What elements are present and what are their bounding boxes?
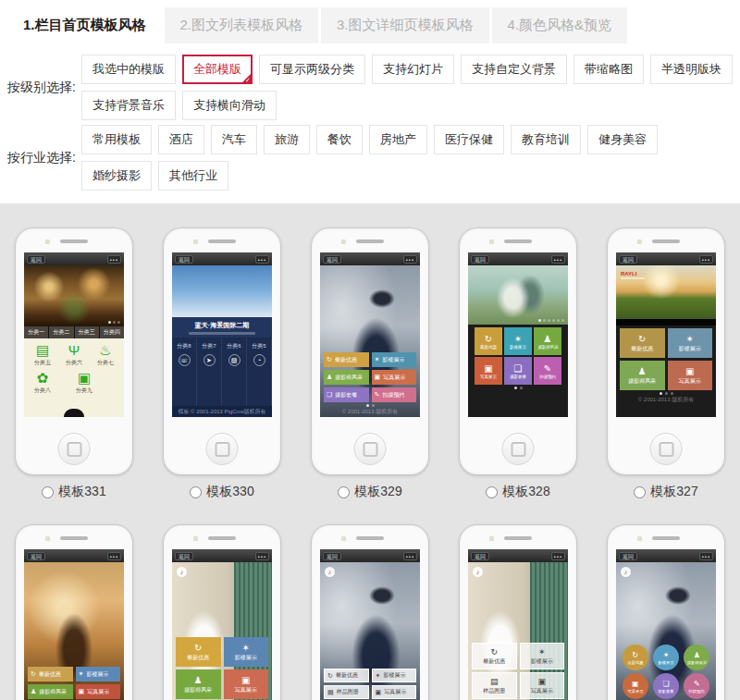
filter-chip[interactable]: 半透明版块 — [650, 55, 733, 84]
filter-chip[interactable]: 支持横向滑动 — [182, 91, 277, 120]
button-label: 影楼展示 — [235, 654, 257, 662]
filter-chip[interactable]: 支持幻灯片 — [372, 55, 454, 84]
phone-mockup[interactable]: 返回•••↻最新优惠✶影楼展示♟摄影师风采▣写真展示❏摄影套餐✎拍摄预约 — [459, 227, 577, 475]
template-select-row[interactable]: 模板330 — [190, 484, 253, 500]
button-label: 最新优惠 — [187, 654, 209, 662]
audio-icon[interactable]: ♪ — [621, 567, 631, 577]
tab-2[interactable]: 2.图文列表模板风格 — [165, 7, 319, 43]
template-select-row[interactable]: 模板329 — [338, 484, 401, 500]
template-select-row[interactable]: 模板327 — [634, 484, 697, 500]
button-label: 摄影师风采 — [628, 377, 656, 386]
phone-mockup[interactable]: 返回•••蓝天·海景国际二期分类8☏分类7➤分类6▨分类5◔模板:© 2001-… — [163, 227, 281, 475]
button-label: 拍摄预约 — [539, 374, 556, 378]
hero-photo — [24, 265, 124, 326]
category-column: 分类8☏ — [172, 338, 197, 406]
preview-button: ▣写真展示 — [623, 673, 648, 699]
copyright-text: © 2001-2013 版权所有 — [616, 397, 716, 405]
preview-button: ❏摄影套餐 — [324, 387, 369, 402]
screen-body: ↻最新优惠✶影楼展示♟摄影师风采▣写真展示❏摄影套餐✎拍摄预约© 2001-20… — [320, 265, 420, 417]
filter-chip[interactable]: 健身美容 — [587, 125, 658, 154]
filter-chip[interactable]: 酒店 — [158, 125, 204, 154]
audio-icon[interactable]: ♪ — [325, 567, 335, 577]
phone-mockup[interactable]: 返回•••♪↻最新优惠✶影楼展示♟摄影师风采▣写真展示❏摄影套餐✎拍摄预约© 2… — [607, 524, 725, 700]
dot-icon — [665, 392, 668, 395]
button-grid: ↻最新优惠✶影楼展示▤样品图册▣写真展示 — [320, 669, 420, 699]
template-select-row[interactable]: 模板328 — [486, 484, 549, 500]
filter-chip[interactable]: 支持自定义背景 — [461, 55, 567, 84]
menu-dots-icon: ••• — [107, 552, 121, 560]
tab-3[interactable]: 3.图文详细页模板风格 — [321, 7, 489, 43]
filter-chip[interactable]: 支持背景音乐 — [81, 91, 176, 120]
home-button-icon — [502, 433, 535, 465]
camera-dot-icon — [637, 239, 642, 244]
dot-icon — [108, 321, 111, 324]
filter-chip[interactable]: 餐饮 — [316, 125, 363, 154]
share-icon: ➤ — [204, 354, 216, 366]
screen-body: RAYLI↻最新优惠✶影楼展示♟摄影师风采▣写真展示© 2001-2013 版权… — [616, 265, 716, 417]
cherry-icon: ✿ — [37, 371, 49, 386]
filter-chip[interactable]: 教育培训 — [511, 125, 581, 154]
tile-area: ↻最新优惠✶影楼展示♟摄影师风采▣写真展示❏摄影套餐✎拍摄预约 — [468, 325, 568, 417]
dot-icon — [681, 322, 683, 324]
phone-mockup[interactable]: 返回•••♪↻最新优惠✶影楼展示▤样品图册▣写真展示© 2001-2013 版权… — [459, 524, 577, 700]
filter-chip[interactable]: 全部模版 — [182, 55, 253, 84]
template-radio[interactable] — [338, 486, 350, 498]
button-label: 影楼展示 — [382, 356, 404, 364]
dot-icon — [696, 322, 697, 324]
phone-titlebar: 返回••• — [468, 549, 568, 562]
phone-mockup[interactable]: 返回•••♪↻最新优惠✶影楼展示▤样品图册▣写真展示© 2003-2013 版权… — [311, 524, 429, 700]
template-radio[interactable] — [190, 486, 202, 498]
button-label: 写真展示 — [383, 374, 405, 382]
button-label: 摄影套餐 — [510, 374, 526, 378]
category-nav-item: 分类一 — [24, 326, 48, 338]
filter-chip[interactable]: 可显示两级分类 — [259, 55, 365, 84]
filter-chip[interactable]: 房地产 — [369, 125, 427, 154]
stamp-icon: ▣ — [376, 689, 382, 696]
dot-icon — [520, 387, 523, 389]
tab-1[interactable]: 1.栏目首页模板风格 — [7, 7, 162, 43]
phone-screen: 返回•••♪↻最新优惠✶影楼展示♟摄影师风采▣写真展示© 2001-2013 版… — [172, 549, 272, 700]
button-label: 最新优惠 — [483, 657, 505, 666]
person-icon: ♟ — [638, 366, 647, 376]
template-radio[interactable] — [486, 486, 498, 498]
icon-row: ▤分类五Ψ分类六♨分类七 — [30, 343, 118, 367]
template-select-row[interactable]: 模板331 — [42, 484, 105, 500]
screen-body: ↻最新优惠✶影楼展示♟摄影师风采▣写真展示❏摄影套餐✎拍摄预约 — [468, 265, 568, 417]
filter-chip[interactable]: 其他行业 — [158, 161, 228, 190]
stamp-icon: ▣ — [632, 680, 639, 688]
filter-row-level: 按级别选择: 我选中的模版全部模版可显示两级分类支持幻灯片支持自定义背景带缩略图… — [7, 55, 733, 120]
icon-item: ✿分类八 — [30, 371, 56, 395]
filter-chip[interactable]: 我选中的模版 — [81, 55, 176, 84]
icon-item: ▣分类九 — [71, 371, 97, 395]
phone-icon: ☏ — [179, 354, 191, 366]
phone-mockup[interactable]: 返回•••↻最新优惠✶影楼展示♟摄影师风采▣写真展示© 2001-2013 版权… — [15, 524, 133, 700]
filter-chip[interactable]: 汽车 — [211, 125, 257, 154]
filter-chip[interactable]: 旅游 — [264, 125, 310, 154]
menu-dots-icon: ••• — [699, 255, 713, 264]
dot-icon — [366, 404, 369, 407]
audio-icon[interactable]: ♪ — [473, 567, 483, 577]
preview-button: ↻最新优惠 — [324, 352, 369, 367]
preview-button: ✎拍摄预约 — [372, 387, 417, 402]
preview-button: ♟摄影师风采 — [684, 645, 709, 670]
filter-chip[interactable]: 婚纱摄影 — [81, 161, 152, 190]
home-button-icon — [206, 433, 239, 465]
template-radio[interactable] — [42, 486, 54, 498]
audio-icon[interactable]: ♪ — [177, 567, 187, 577]
phone-mockup[interactable]: 返回•••RAYLI↻最新优惠✶影楼展示♟摄影师风采▣写真展示© 2001-20… — [607, 227, 725, 475]
tab-4[interactable]: 4.颜色风格&预览 — [492, 7, 628, 43]
icon-item: Ψ分类六 — [61, 343, 87, 367]
phone-mockup[interactable]: 返回•••♪↻最新优惠✶影楼展示♟摄影师风采▣写真展示© 2001-2013 版… — [163, 524, 281, 700]
phone-mockup[interactable]: 返回•••分类一分类二分类三分类四▤分类五Ψ分类六♨分类七✿分类八▣分类九 — [15, 227, 133, 475]
filter-chip[interactable]: 医疗保健 — [434, 125, 504, 154]
phone-titlebar: 返回••• — [616, 549, 716, 562]
phone-screen: 返回•••↻最新优惠✶影楼展示♟摄影师风采▣写真展示❏摄影套餐✎拍摄预约 — [468, 252, 568, 417]
filter-chip[interactable]: 带缩略图 — [574, 55, 644, 84]
filter-chip[interactable]: 常用模板 — [81, 125, 152, 154]
template-radio[interactable] — [634, 486, 646, 498]
category-columns: 分类8☏分类7➤分类6▨分类5◔ — [172, 338, 272, 406]
dot-icon — [552, 319, 555, 322]
antenna-icon: ✶ — [538, 647, 546, 657]
home-button-icon — [354, 433, 387, 465]
phone-mockup[interactable]: 返回•••↻最新优惠✶影楼展示♟摄影师风采▣写真展示❏摄影套餐✎拍摄预约© 20… — [311, 227, 429, 475]
